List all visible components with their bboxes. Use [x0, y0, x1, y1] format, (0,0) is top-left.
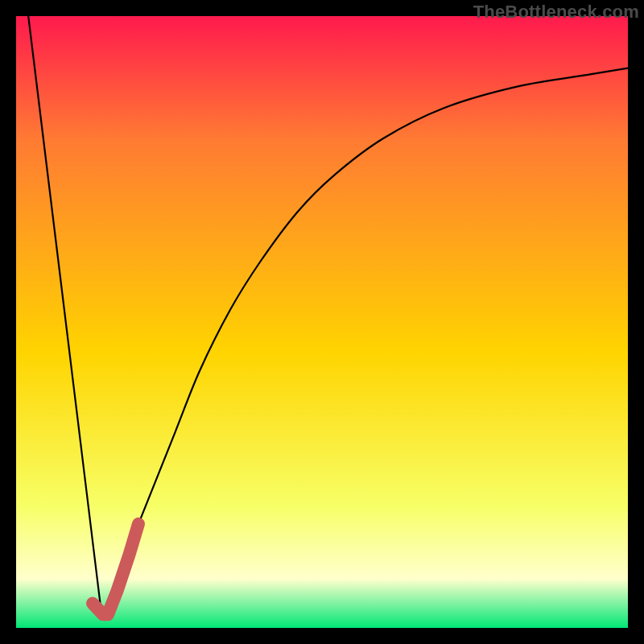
chart-frame: TheBottleneck.com [0, 0, 644, 644]
chart-curves [16, 16, 628, 628]
watermark-text: TheBottleneck.com [473, 2, 639, 23]
plot-area [16, 16, 628, 628]
